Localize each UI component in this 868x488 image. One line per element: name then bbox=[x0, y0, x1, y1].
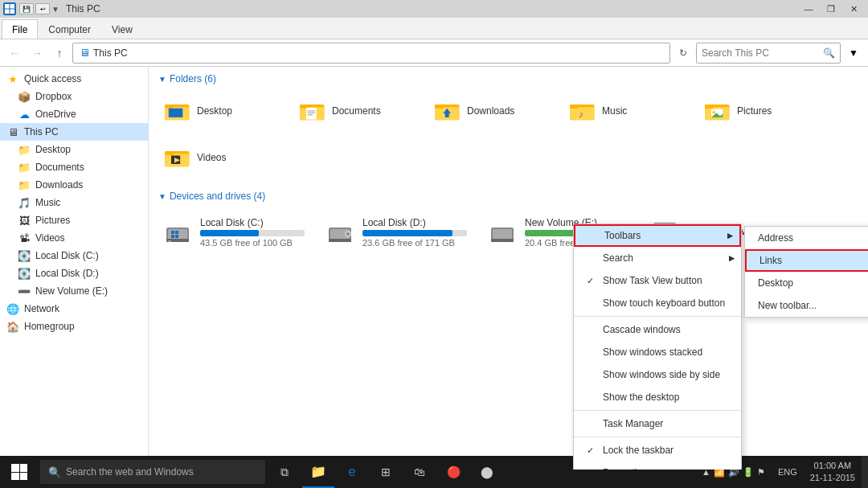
start-button[interactable] bbox=[0, 456, 39, 488]
folder-item-pictures[interactable]: Pictures bbox=[698, 91, 827, 131]
undo-icon[interactable]: ↩ bbox=[35, 3, 50, 14]
submenu-item-address[interactable]: Address bbox=[745, 227, 868, 249]
submenu-item-desktop[interactable]: Desktop bbox=[745, 272, 868, 294]
address-path[interactable]: 🖥 This PC bbox=[72, 43, 670, 64]
folders-section-header[interactable]: ▼ Folders (6) bbox=[158, 73, 858, 84]
up-button[interactable]: ↑ bbox=[50, 43, 69, 63]
folder-documents-icon bbox=[300, 100, 326, 122]
folder-item-music[interactable]: ♪ Music bbox=[563, 91, 692, 131]
clock: 01:00 AM 21-11-2015 bbox=[804, 460, 862, 485]
sidebar-item-quick-access[interactable]: ★ Quick access bbox=[0, 70, 148, 88]
svg-rect-32 bbox=[165, 151, 174, 155]
submenu: Address Links Desktop New toolbar... bbox=[744, 226, 868, 318]
context-menu-item-search[interactable]: Search ▶ bbox=[574, 247, 741, 269]
drive-item-d[interactable]: Local Disk (D:) 23.6 GB free of 171 GB bbox=[321, 208, 473, 256]
folder-downloads-icon bbox=[435, 100, 461, 122]
submenu-item-links[interactable]: Links bbox=[745, 249, 868, 272]
submenu-label: Address bbox=[758, 232, 793, 244]
sidebar-item-label: Quick access bbox=[24, 73, 81, 84]
drive-d-name: Local Disk (D:) bbox=[362, 217, 467, 228]
sidebar-item-desktop[interactable]: 📁 Desktop bbox=[0, 141, 148, 158]
separator bbox=[574, 316, 741, 317]
context-menu-label: Show touch keyboard button bbox=[603, 297, 725, 309]
file-explorer-button[interactable]: 📁 bbox=[302, 456, 334, 488]
submenu-item-new-toolbar[interactable]: New toolbar... bbox=[745, 294, 868, 317]
folder-item-desktop[interactable]: Desktop bbox=[158, 91, 287, 131]
devices-section-header[interactable]: ▼ Devices and drives (4) bbox=[158, 191, 858, 202]
search-box[interactable]: 🔍 bbox=[696, 43, 841, 64]
store-button[interactable]: 🛍 bbox=[403, 456, 436, 488]
maximize-button[interactable]: ❐ bbox=[820, 0, 842, 18]
clock-time: 01:00 AM bbox=[814, 460, 851, 472]
sidebar-item-onedrive[interactable]: ☁ OneDrive bbox=[0, 105, 148, 123]
chrome-button[interactable]: 🔴 bbox=[437, 456, 469, 488]
taskbar-search[interactable]: 🔍 Search the web and Windows bbox=[40, 460, 265, 484]
svg-rect-43 bbox=[171, 235, 174, 238]
refresh-button[interactable]: ↻ bbox=[674, 43, 693, 63]
tab-computer[interactable]: Computer bbox=[38, 19, 101, 39]
folder-item-downloads[interactable]: Downloads bbox=[428, 91, 557, 131]
context-menu-item-toolbars[interactable]: Toolbars ▶ Address Links Desktop New too… bbox=[574, 224, 741, 247]
context-menu-item-task-view[interactable]: ✓ Show Task View button bbox=[574, 269, 741, 292]
folder-item-videos[interactable]: Videos bbox=[158, 137, 287, 178]
folder-item-documents[interactable]: Documents bbox=[293, 91, 422, 131]
minimize-button[interactable]: — bbox=[797, 0, 820, 18]
back-button[interactable]: ← bbox=[5, 43, 24, 63]
spotify-button[interactable]: ⬤ bbox=[471, 456, 503, 488]
title-bar-left: 💾 ↩ ▼ This PC bbox=[3, 2, 100, 15]
folder-pictures-icon bbox=[705, 100, 731, 122]
check-placeholder bbox=[587, 392, 603, 402]
pictures-icon: 🖼 bbox=[18, 214, 31, 227]
sidebar-item-pictures[interactable]: 🖼 Pictures bbox=[0, 211, 148, 229]
context-menu-item-properties[interactable]: Properties bbox=[574, 461, 741, 470]
svg-rect-18 bbox=[435, 105, 444, 109]
svg-rect-42 bbox=[175, 231, 178, 234]
search-input[interactable] bbox=[702, 47, 820, 59]
tab-file[interactable]: File bbox=[2, 19, 38, 39]
save-icon[interactable]: 💾 bbox=[19, 3, 34, 14]
task-view-button[interactable]: ⧉ bbox=[268, 456, 301, 488]
dropdown-arrow-icon[interactable]: ▼ bbox=[51, 5, 59, 14]
show-desktop-button[interactable] bbox=[862, 456, 868, 488]
tab-view[interactable]: View bbox=[101, 19, 143, 39]
context-menu-item-side-by-side[interactable]: Show windows side by side bbox=[574, 363, 741, 386]
context-menu-label: Search bbox=[603, 252, 633, 264]
videos-icon: 📽 bbox=[18, 232, 31, 244]
sidebar-item-local-disk-c[interactable]: 💽 Local Disk (C:) bbox=[0, 247, 148, 265]
sidebar-item-local-disk-d[interactable]: 💽 Local Disk (D:) bbox=[0, 265, 148, 282]
context-menu-item-cascade[interactable]: Cascade windows bbox=[574, 318, 741, 341]
sidebar-item-network[interactable]: 🌐 Network bbox=[0, 300, 148, 318]
sidebar-item-label: Homegroup bbox=[24, 321, 75, 332]
search-icon: 🔍 bbox=[823, 47, 835, 59]
svg-rect-1 bbox=[10, 4, 15, 9]
context-menu-item-show-desktop[interactable]: Show the desktop bbox=[574, 386, 741, 408]
edge-button[interactable]: e bbox=[336, 456, 368, 488]
context-menu-item-touch-keyboard[interactable]: Show touch keyboard button bbox=[574, 292, 741, 314]
context-menu-item-lock-taskbar[interactable]: ✓ Lock the taskbar bbox=[574, 439, 741, 461]
drive-item-c[interactable]: Local Disk (C:) 43.5 GB free of 100 GB bbox=[158, 208, 311, 256]
collapse-arrow-icon: ▼ bbox=[158, 75, 166, 84]
context-menu-item-stacked[interactable]: Show windows stacked bbox=[574, 341, 741, 363]
svg-rect-41 bbox=[171, 231, 174, 234]
close-button[interactable]: ✕ bbox=[842, 0, 865, 18]
search-icon: 🔍 bbox=[48, 466, 61, 478]
svg-point-28 bbox=[713, 111, 715, 113]
sidebar-item-dropbox[interactable]: 📦 Dropbox bbox=[0, 88, 148, 105]
context-menu-label: Task Manager bbox=[603, 418, 663, 429]
options-button[interactable]: ▼ bbox=[844, 43, 863, 63]
sidebar-item-music[interactable]: 🎵 Music bbox=[0, 194, 148, 211]
sidebar-item-label: Documents bbox=[35, 162, 84, 173]
context-menu-item-task-manager[interactable]: Task Manager bbox=[574, 412, 741, 435]
sidebar-item-documents[interactable]: 📁 Documents bbox=[0, 158, 148, 176]
forward-button[interactable]: → bbox=[27, 43, 47, 63]
svg-rect-35 bbox=[181, 157, 182, 159]
sidebar-item-homegroup[interactable]: 🏠 Homegroup bbox=[0, 318, 148, 335]
sidebar-item-this-pc[interactable]: 🖥 This PC bbox=[0, 123, 148, 141]
submenu-label: Links bbox=[760, 255, 782, 266]
start-button2[interactable]: ⊞ bbox=[370, 456, 402, 488]
svg-rect-44 bbox=[175, 235, 178, 238]
context-menu-label: Properties bbox=[603, 467, 647, 470]
sidebar-item-videos[interactable]: 📽 Videos bbox=[0, 229, 148, 247]
sidebar-item-new-volume-e[interactable]: ➖ New Volume (E:) bbox=[0, 282, 148, 300]
sidebar-item-downloads[interactable]: 📁 Downloads bbox=[0, 176, 148, 194]
